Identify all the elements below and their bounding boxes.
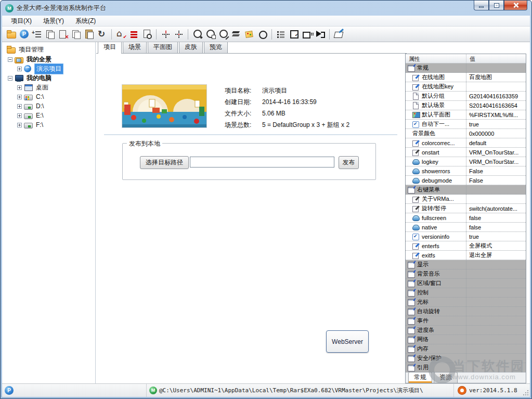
tree-item-7[interactable]: F:\ (3, 120, 95, 130)
expand-icon[interactable] (17, 67, 22, 71)
doc-preview-icon[interactable] (141, 28, 153, 41)
property-row[interactable]: versioninfotrue (406, 232, 526, 241)
property-row[interactable]: 默认场景S20140416163654 (406, 101, 526, 110)
select-path-button[interactable]: 选择目标路径 (140, 156, 189, 169)
property-row[interactable]: nativefalse (406, 223, 526, 232)
collapse-icon[interactable] (8, 76, 12, 81)
property-group-row[interactable]: 安全/保护 (406, 354, 526, 363)
tree-item-3[interactable]: 桌面 (3, 83, 95, 92)
refresh-icon[interactable] (96, 28, 108, 41)
menu-item-2[interactable]: 系统(Z) (71, 16, 100, 27)
property-row[interactable]: onstartVRM_OnTourStar... (406, 148, 526, 157)
tree-item-5[interactable]: D:\ (3, 101, 95, 111)
camera-rotate-icon[interactable] (191, 28, 203, 41)
copy-icon[interactable] (70, 28, 82, 41)
property-group-row[interactable]: 显示 (406, 260, 526, 269)
remove-icon[interactable] (57, 28, 69, 41)
project-thumbnail (122, 85, 206, 127)
tab-2[interactable]: 平面图 (148, 42, 178, 53)
pano-logo-icon[interactable] (18, 28, 30, 41)
add-list-icon[interactable] (31, 28, 43, 41)
tab-1[interactable]: 场景 (123, 42, 147, 53)
tab-4[interactable]: 预览 (204, 42, 228, 53)
open-project-icon[interactable] (5, 28, 17, 41)
collapse-icon[interactable] (8, 57, 12, 62)
video-capture-icon[interactable] (301, 28, 313, 41)
publish-path-input[interactable] (190, 157, 334, 168)
property-row[interactable]: debugmodeFalse (406, 176, 526, 185)
tree-item-1[interactable]: 演示项目 (3, 64, 95, 73)
help-ring-icon (458, 387, 466, 394)
property-label: 在线地图key (422, 83, 453, 91)
export-run-icon[interactable] (314, 28, 326, 41)
properties-bottom-tabs: 常规资源 (406, 372, 526, 383)
tree-item-6[interactable]: E:\ (3, 111, 95, 120)
property-row[interactable]: logkeyVRM_OnTourStar... (406, 157, 526, 166)
tree-item-0[interactable]: 我的全景 (3, 55, 95, 64)
property-group-row[interactable]: 进度条 (406, 326, 526, 335)
property-value: 百度地图 (466, 73, 526, 82)
property-group-row[interactable]: 自动旋转 (406, 307, 526, 316)
window-copy-icon[interactable] (288, 28, 300, 41)
property-row[interactable]: 在线地图key (406, 82, 526, 92)
hotspot-center-icon[interactable] (173, 28, 185, 41)
property-group-row[interactable]: 常规 (406, 63, 526, 73)
batch-settings-icon[interactable] (275, 28, 287, 41)
palette-icon[interactable] (243, 28, 255, 41)
property-row[interactable]: 自动下一...true (406, 120, 526, 129)
property-row[interactable]: 旋转/暂停switch(autorotate... (406, 204, 526, 213)
resize-grip[interactable] (523, 390, 529, 396)
minimize-button[interactable] (474, 1, 489, 10)
property-group-row[interactable]: 内存 (406, 344, 526, 354)
property-group-row[interactable]: 光标 (406, 298, 526, 307)
property-row[interactable]: 关于VRMa... (406, 195, 526, 204)
property-row[interactable]: 在线地图百度地图 (406, 73, 526, 82)
maximize-button[interactable] (489, 1, 504, 10)
property-row[interactable]: 背景颜色0x000000 (406, 129, 526, 138)
property-row[interactable]: fullscreenfalse (406, 213, 526, 223)
window-controls (474, 1, 527, 10)
camera-target-icon[interactable] (204, 28, 216, 41)
property-group-row[interactable]: 网络 (406, 335, 526, 344)
property-row[interactable]: showerrorsFalse (406, 166, 526, 176)
expand-icon[interactable] (17, 113, 22, 118)
property-row[interactable]: colorcorrec...default (406, 138, 526, 148)
tab-3[interactable]: 皮肤 (179, 42, 203, 53)
menu-item-1[interactable]: 场景(Y) (38, 16, 69, 27)
home-check-icon[interactable] (115, 28, 127, 41)
webserver-button[interactable]: WebServer (326, 330, 369, 353)
paste-icon[interactable] (83, 28, 95, 41)
expand-icon[interactable] (17, 95, 22, 99)
properties-tab-1[interactable]: 资源 (434, 372, 458, 383)
property-name-cell: fullscreen (406, 213, 466, 222)
publish-button[interactable]: 发布 (339, 156, 359, 169)
duplicate-icon[interactable] (44, 28, 56, 41)
tree-item-4[interactable]: C:\ (3, 92, 95, 101)
property-row[interactable]: exitfs退出全屏 (406, 251, 526, 260)
expand-icon[interactable] (17, 123, 22, 127)
expand-icon[interactable] (17, 104, 22, 109)
property-group-row[interactable]: 背景音乐 (406, 269, 526, 279)
edit-note-icon[interactable] (333, 28, 345, 41)
project-info-label: 项目名称: (225, 86, 262, 95)
tree-item-2[interactable]: 我的电脑 (3, 73, 95, 83)
camera-edit-icon[interactable] (217, 28, 229, 41)
property-row[interactable]: 默认分组G20140416163359 (406, 92, 526, 101)
property-row[interactable]: enterfs全屏模式 (406, 241, 526, 251)
property-row[interactable]: 默认平面图%FIRSTXML%/fil... (406, 110, 526, 120)
project-info-value: 2014-4-16 16:33:59 (262, 98, 317, 106)
property-group-row[interactable]: 控制 (406, 288, 526, 298)
property-group-row[interactable]: 事件 (406, 316, 526, 326)
property-group-row[interactable]: 引用 (406, 363, 526, 372)
properties-tab-0[interactable]: 常规 (408, 372, 432, 383)
red-list-icon[interactable] (128, 28, 140, 41)
expand-icon[interactable] (17, 85, 22, 90)
close-button[interactable] (504, 1, 527, 10)
menu-item-0[interactable]: 项目(X) (6, 16, 36, 27)
circle-icon[interactable] (256, 28, 268, 41)
property-group-row[interactable]: 右键菜单 (406, 185, 526, 195)
hotspot-move-icon[interactable] (160, 28, 172, 41)
layers-icon[interactable] (230, 28, 242, 41)
tab-0[interactable]: 项目 (98, 42, 122, 54)
property-group-row[interactable]: 区域/窗口 (406, 279, 526, 288)
